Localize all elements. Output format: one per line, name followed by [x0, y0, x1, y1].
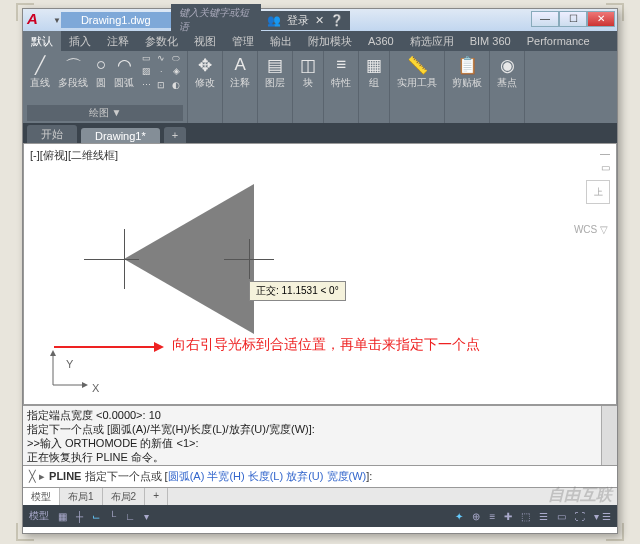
command-history: 指定端点宽度 <0.0000>: 10 指定下一个点或 [圆弧(A)/半宽(H)…	[23, 405, 617, 465]
annotate-button[interactable]: A注释	[227, 53, 253, 92]
app-menu-chevron-icon[interactable]: ▼	[53, 16, 61, 25]
circle-button[interactable]: ○圆	[93, 53, 109, 92]
layout-tabs: 模型 布局1 布局2 +	[23, 487, 617, 505]
panel-draw: ╱直线 ⌒多段线 ○圆 ◠圆弧 ▭∿⬭ ▨·◈ ⋯⊡◐ 绘图 ▼	[23, 51, 188, 123]
tab-performance[interactable]: Performance	[519, 32, 598, 50]
region-icon[interactable]: ◈	[169, 66, 183, 78]
cmd-line: 指定端点宽度 <0.0000>: 10	[27, 408, 613, 422]
tab-output[interactable]: 输出	[262, 31, 300, 52]
hatch-icon[interactable]: ▨	[139, 66, 153, 78]
view-label[interactable]: [-][俯视][二维线框]	[30, 148, 118, 163]
polyline-button[interactable]: ⌒多段线	[55, 53, 91, 92]
grid-toggle-icon[interactable]: ▦	[56, 511, 69, 522]
signin-icon[interactable]: 👥	[267, 14, 281, 27]
cmd-line: >>输入 ORTHOMODE 的新值 <1>:	[27, 436, 613, 450]
app-window: A ▼ Drawing1.dwg 键入关键字或短语 👥 登录 ✕ ❔ — ☐ ✕…	[22, 8, 618, 534]
panel-draw-label[interactable]: 绘图 ▼	[27, 105, 183, 121]
titlebar: A ▼ Drawing1.dwg 键入关键字或短语 👥 登录 ✕ ❔ — ☐ ✕	[23, 9, 617, 31]
search-input[interactable]: 键入关键字或短语	[171, 4, 261, 36]
ribbon: 默认 插入 注释 参数化 视图 管理 输出 附加模块 A360 精选应用 BIM…	[23, 31, 617, 123]
help-icon[interactable]: ❔	[330, 14, 344, 27]
layout-add-button[interactable]: +	[145, 488, 168, 505]
viewcube[interactable]: 上	[586, 180, 610, 204]
isolate-icon[interactable]: ▭	[555, 511, 568, 522]
status-modelspace[interactable]: 模型	[27, 509, 51, 523]
line-icon: ╱	[35, 55, 45, 75]
clipboard-button[interactable]: 📋剪贴板	[449, 53, 485, 92]
app-logo-icon[interactable]: A	[27, 10, 51, 30]
point-icon[interactable]: ·	[154, 66, 168, 78]
login-button[interactable]: 登录	[287, 13, 309, 28]
polyline-icon: ⌒	[65, 55, 82, 75]
scrollbar[interactable]	[601, 406, 617, 465]
modify-button[interactable]: ✥修改	[192, 53, 218, 92]
isodraft-icon[interactable]: ∟	[123, 511, 137, 522]
annotation-text: 向右引导光标到合适位置，再单击来指定下一个点	[172, 336, 480, 354]
close-button[interactable]: ✕	[587, 11, 615, 27]
drawing-canvas[interactable]: [-][俯视][二维线框] — ▭ 上 WCS ▽ 正交: 11.1531 < …	[23, 143, 617, 405]
status-menu-icon[interactable]: ▾ ☰	[592, 511, 613, 522]
tab-addins[interactable]: 附加模块	[300, 31, 360, 52]
file-tabs: 开始 Drawing1* +	[23, 123, 617, 143]
group-button[interactable]: ▦组	[363, 53, 385, 92]
tab-featured[interactable]: 精选应用	[402, 31, 462, 52]
annoscale-icon[interactable]: ✦	[453, 511, 465, 522]
tab-annotate[interactable]: 注释	[99, 31, 137, 52]
utilities-button[interactable]: 📏实用工具	[394, 53, 440, 92]
arc-button[interactable]: ◠圆弧	[111, 53, 137, 92]
polar-toggle-icon[interactable]: └	[107, 511, 118, 522]
cmd-line: 正在恢复执行 PLINE 命令。	[27, 450, 613, 464]
panel-group: ▦组	[359, 51, 390, 123]
filetab-start[interactable]: 开始	[27, 125, 77, 143]
annotation-arrow	[54, 342, 164, 352]
snap-toggle-icon[interactable]: ┼	[74, 511, 85, 522]
circle-icon: ○	[96, 55, 106, 75]
panel-block: ◫块	[293, 51, 324, 123]
block-button[interactable]: ◫块	[297, 53, 319, 92]
group-icon: ▦	[366, 55, 382, 75]
draw-flyout[interactable]: ▭∿⬭ ▨·◈ ⋯⊡◐	[139, 53, 183, 92]
more-icon[interactable]: ⋯	[139, 80, 153, 92]
rect-icon[interactable]: ▭	[139, 53, 153, 65]
cleanscreen-icon[interactable]: ⛶	[573, 511, 587, 522]
osnap-toggle-icon[interactable]: ▾	[142, 511, 151, 522]
panel-utilities: 📏实用工具	[390, 51, 445, 123]
properties-button[interactable]: ≡特性	[328, 53, 354, 92]
title-toolbar: 👥 登录 ✕ ❔	[261, 11, 350, 30]
units-icon[interactable]: ✚	[502, 511, 514, 522]
ortho-toggle-icon[interactable]: ⌙	[90, 511, 102, 522]
nav-collapse-icon[interactable]: —	[600, 148, 610, 159]
layout-1[interactable]: 布局1	[60, 488, 103, 505]
filetab-drawing1[interactable]: Drawing1*	[81, 128, 160, 143]
arc-icon: ◠	[117, 55, 132, 75]
annomon-icon[interactable]: ≡	[487, 511, 497, 522]
tooltip: 正交: 11.1531 < 0°	[249, 281, 346, 301]
minimize-button[interactable]: —	[531, 11, 559, 27]
tab-default[interactable]: 默认	[23, 31, 61, 52]
lock-ui-icon[interactable]: ☰	[537, 511, 550, 522]
spline-icon[interactable]: ∿	[154, 53, 168, 65]
axis-line	[84, 259, 139, 260]
line-button[interactable]: ╱直线	[27, 53, 53, 92]
ribbon-tabs: 默认 插入 注释 参数化 视图 管理 输出 附加模块 A360 精选应用 BIM…	[23, 31, 617, 51]
quickprop-icon[interactable]: ⬚	[519, 511, 532, 522]
tab-insert[interactable]: 插入	[61, 31, 99, 52]
tab-bim360[interactable]: BIM 360	[462, 32, 519, 50]
workspace-icon[interactable]: ⊕	[470, 511, 482, 522]
svg-marker-3	[82, 382, 88, 388]
exchange-icon[interactable]: ✕	[315, 14, 324, 27]
nav-viewport-icon[interactable]: ▭	[601, 162, 610, 173]
filetab-new-button[interactable]: +	[164, 127, 186, 143]
layout-model[interactable]: 模型	[23, 488, 60, 505]
command-input[interactable]: ╳ ▸ PLINE 指定下一个点或 [圆弧(A) 半宽(H) 长度(L) 放弃(…	[23, 465, 617, 487]
layout-2[interactable]: 布局2	[103, 488, 146, 505]
basepoint-button[interactable]: ◉基点	[494, 53, 520, 92]
panel-annotate: A注释	[223, 51, 258, 123]
ribbon-panels: ╱直线 ⌒多段线 ○圆 ◠圆弧 ▭∿⬭ ▨·◈ ⋯⊡◐ 绘图 ▼ ✥修改 A注释…	[23, 51, 617, 123]
maximize-button[interactable]: ☐	[559, 11, 587, 27]
ellipse-icon[interactable]: ⬭	[169, 53, 183, 65]
nav-controls: — ▭	[600, 148, 610, 173]
layer-button[interactable]: ▤图层	[262, 53, 288, 92]
wcs-label[interactable]: WCS ▽	[574, 224, 608, 235]
tab-a360[interactable]: A360	[360, 32, 402, 50]
